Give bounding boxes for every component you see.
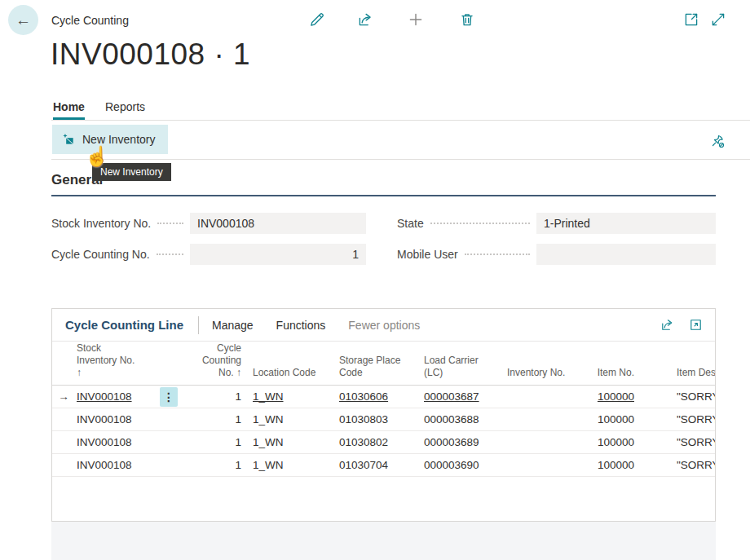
divider	[51, 159, 750, 160]
mobile-user-label: Mobile User	[397, 248, 458, 261]
back-arrow-icon: ←	[15, 11, 31, 29]
stock-inventory-no-cell[interactable]: INV000108	[75, 413, 159, 426]
stock-inventory-no-cell[interactable]: INV000108	[75, 459, 159, 471]
item-desc-cell[interactable]: "SORRY!	[634, 436, 715, 448]
manage-menu[interactable]: Manage	[212, 319, 254, 332]
focus-mode-icon	[688, 317, 704, 333]
storage-place-code-cell[interactable]: 01030606	[339, 390, 388, 403]
stock-inventory-no-cell[interactable]: INV000108	[77, 390, 132, 403]
cycle-counting-page: ← Cycle Counting	[0, 0, 750, 560]
item-no-cell[interactable]: 100000	[583, 459, 634, 471]
cycle-counting-no-cell[interactable]: 1	[179, 390, 246, 403]
open-in-window-button[interactable]	[682, 10, 701, 29]
app-title: Cycle Counting	[51, 14, 129, 27]
cycle-counting-line-card: Cycle Counting Line Manage Functions Few…	[51, 308, 716, 522]
dotted-leader	[430, 223, 530, 224]
location-code-cell[interactable]: 1_WN	[246, 413, 338, 426]
storage-place-code-cell[interactable]: 01030802	[338, 436, 422, 448]
unpin-actionbar-button[interactable]	[708, 131, 727, 151]
sort-asc-icon: ↑	[77, 367, 159, 379]
storage-place-code-cell[interactable]: 01030704	[338, 459, 422, 471]
share-icon	[660, 317, 675, 333]
state-field[interactable]: 1-Printed	[536, 213, 716, 234]
item-no-cell[interactable]: 100000	[598, 390, 634, 403]
expand-button[interactable]	[708, 10, 728, 29]
location-code-cell[interactable]: 1_WN	[246, 459, 338, 471]
table-row: → INV000108 ⋮ 1 1_WN 01030606 000003687 …	[52, 386, 715, 408]
stock-inventory-no-field[interactable]: INV000108	[190, 213, 366, 234]
mobile-user-field[interactable]	[536, 244, 716, 265]
fewer-options-menu[interactable]: Fewer options	[348, 319, 420, 332]
card-share-button[interactable]	[660, 317, 675, 333]
tab-home[interactable]: Home	[53, 100, 85, 120]
storage-place-code-cell[interactable]: 01030803	[338, 413, 422, 426]
selected-row-pointer-icon: →	[52, 390, 75, 403]
stock-inventory-no-cell[interactable]: INV000108	[75, 436, 159, 448]
item-desc-cell[interactable]: "SORRY!	[634, 390, 715, 403]
col-inventory-no[interactable]: Inventory No.	[505, 367, 583, 379]
item-no-cell[interactable]: 100000	[583, 436, 634, 448]
dotted-leader	[465, 254, 530, 255]
location-code-cell[interactable]: 1_WN	[246, 436, 338, 448]
cycle-counting-no-cell[interactable]: 1	[179, 459, 246, 471]
item-desc-cell[interactable]: "SORRY!	[634, 459, 715, 471]
table-header-row: Stock Inventory No. ↑ Cycle Counting No.…	[52, 342, 715, 386]
sort-asc-icon: ↑	[236, 367, 241, 378]
cycle-counting-no-cell[interactable]: 1	[179, 413, 246, 426]
pencil-icon	[308, 11, 326, 29]
stock-inventory-no-label: Stock Inventory No.	[51, 217, 151, 230]
item-desc-cell[interactable]: "SORRY!	[634, 413, 715, 426]
load-carrier-cell[interactable]: 000003690	[422, 459, 505, 471]
trash-icon	[458, 11, 476, 29]
new-inventory-icon	[62, 133, 76, 147]
item-no-cell[interactable]: 100000	[583, 413, 634, 426]
page-background-strip	[51, 522, 716, 560]
table-row: INV000108 1 1_WN 01030802 000003689 1000…	[52, 431, 715, 454]
load-carrier-cell[interactable]: 000003687	[424, 390, 479, 403]
col-stock-inventory-no[interactable]: Stock Inventory No. ↑	[75, 342, 159, 379]
share-button[interactable]	[355, 10, 375, 29]
functions-menu[interactable]: Functions	[276, 319, 326, 332]
plus-icon	[407, 11, 425, 29]
load-carrier-cell[interactable]: 000003689	[422, 436, 505, 448]
load-carrier-cell[interactable]: 000003688	[422, 413, 505, 426]
popout-icon	[682, 11, 700, 29]
divider	[51, 120, 750, 121]
new-inventory-button[interactable]: New Inventory	[52, 125, 168, 154]
dotted-leader	[157, 254, 183, 255]
table-row: INV000108 1 1_WN 01030704 000003690 1000…	[52, 454, 715, 477]
page-title: INV000108 · 1	[51, 37, 250, 72]
back-button[interactable]: ←	[8, 5, 38, 35]
card-title: Cycle Counting Line	[65, 318, 183, 332]
dotted-leader	[157, 223, 183, 224]
pin-off-icon	[709, 133, 726, 149]
delete-button[interactable]	[457, 10, 477, 29]
section-rule	[51, 195, 716, 196]
card-header: Cycle Counting Line Manage Functions Few…	[52, 309, 715, 342]
edit-button[interactable]	[307, 10, 327, 29]
cycle-counting-no-label: Cycle Counting No.	[51, 248, 150, 261]
col-load-carrier[interactable]: Load Carrier (LC)	[422, 355, 505, 379]
tab-reports[interactable]: Reports	[105, 100, 145, 117]
cycle-counting-no-cell[interactable]: 1	[179, 436, 246, 448]
new-inventory-label: New Inventory	[82, 133, 155, 146]
location-code-cell[interactable]: 1_WN	[253, 390, 284, 403]
row-menu-button[interactable]: ⋮	[160, 387, 178, 407]
col-cycle-counting-no[interactable]: Cycle Counting No. ↑	[179, 342, 246, 379]
add-button[interactable]	[406, 10, 426, 29]
table-row: INV000108 1 1_WN 01030803 000003688 1000…	[52, 408, 715, 431]
state-label: State	[397, 217, 424, 230]
col-item-no[interactable]: Item No.	[583, 367, 634, 379]
divider	[198, 316, 199, 334]
focus-mode-button[interactable]	[688, 317, 704, 333]
cycle-counting-no-field[interactable]: 1	[190, 244, 366, 265]
col-storage-place-code[interactable]: Storage Place Code	[338, 355, 422, 379]
col-item-desc[interactable]: Item Desc	[634, 367, 715, 379]
col-location-code[interactable]: Location Code	[246, 367, 338, 379]
expand-icon	[709, 11, 727, 29]
share-icon	[356, 11, 374, 29]
mouse-cursor-icon: ☝	[85, 145, 109, 168]
